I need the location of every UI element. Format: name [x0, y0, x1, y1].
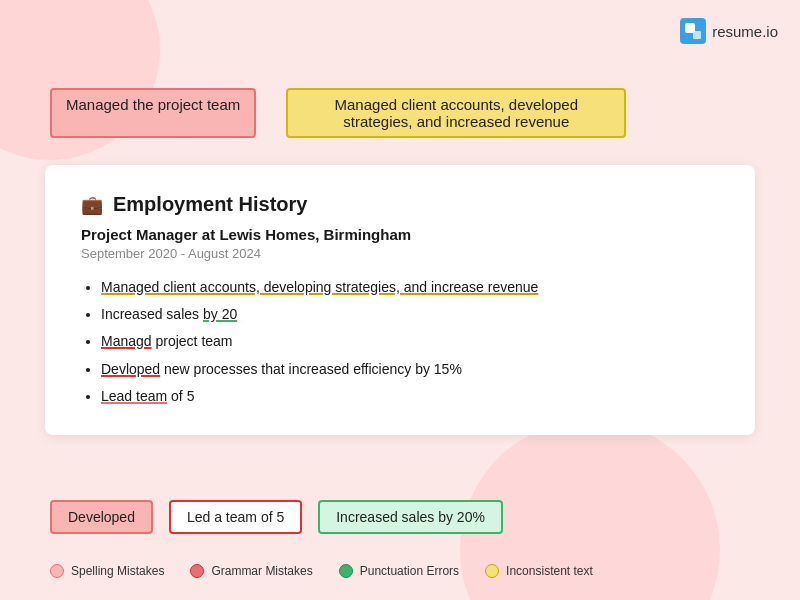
job-title: Project Manager at Lewis Homes, Birmingh…	[81, 226, 719, 243]
bullet-4: Devloped new processes that increased ef…	[101, 357, 719, 382]
yellow-tag: Managed client accounts, developed strat…	[286, 88, 626, 138]
bullet-3-after: project team	[152, 333, 233, 349]
legend-dot-grammar	[190, 564, 204, 578]
bottom-tag-developed: Developed	[50, 500, 153, 534]
bullet-2-highlight: by 20	[203, 306, 237, 322]
legend-grammar: Grammar Mistakes	[190, 564, 312, 578]
bullet-1: Managed client accounts, developing stra…	[101, 275, 719, 300]
section-header: 💼 Employment History	[81, 193, 719, 216]
bottom-tag-led-team: Led a team of 5	[169, 500, 302, 534]
bullet-list: Managed client accounts, developing stra…	[81, 275, 719, 409]
bullet-2-before: Increased sales	[101, 306, 203, 322]
legend-dot-punctuation	[339, 564, 353, 578]
bottom-tag-sales: Increased sales by 20%	[318, 500, 503, 534]
logo: resume.io	[680, 18, 778, 44]
top-tags: Managed the project team Managed client …	[50, 88, 626, 138]
bullet-3: Managd project team	[101, 329, 719, 354]
logo-icon	[680, 18, 706, 44]
bottom-tags: Developed Led a team of 5 Increased sale…	[50, 500, 503, 534]
section-title: Employment History	[113, 193, 307, 216]
job-dates: September 2020 - August 2024	[81, 246, 719, 261]
legend-inconsistent-label: Inconsistent text	[506, 564, 593, 578]
legend-punctuation: Punctuation Errors	[339, 564, 459, 578]
legend-punctuation-label: Punctuation Errors	[360, 564, 459, 578]
legend-inconsistent: Inconsistent text	[485, 564, 593, 578]
bullet-5-after: of 5	[167, 388, 194, 404]
resume-card: 💼 Employment History Project Manager at …	[45, 165, 755, 435]
bullet-2: Increased sales by 20	[101, 302, 719, 327]
legend-grammar-label: Grammar Mistakes	[211, 564, 312, 578]
legend-dot-inconsistent	[485, 564, 499, 578]
svg-rect-2	[693, 31, 701, 39]
bullet-1-text: Managed client accounts, developing stra…	[101, 279, 538, 295]
pink-tag: Managed the project team	[50, 88, 256, 138]
bullet-5-highlight: Lead team	[101, 388, 167, 404]
legend-spelling: Spelling Mistakes	[50, 564, 164, 578]
legend-row: Spelling Mistakes Grammar Mistakes Punct…	[50, 564, 593, 578]
logo-text: resume.io	[712, 23, 778, 40]
bullet-5: Lead team of 5	[101, 384, 719, 409]
bullet-4-misspelled: Devloped	[101, 361, 160, 377]
bullet-3-misspelled: Managd	[101, 333, 152, 349]
legend-dot-spelling	[50, 564, 64, 578]
legend-spelling-label: Spelling Mistakes	[71, 564, 164, 578]
briefcase-icon: 💼	[81, 194, 103, 216]
bullet-4-after: new processes that increased efficiency …	[160, 361, 462, 377]
